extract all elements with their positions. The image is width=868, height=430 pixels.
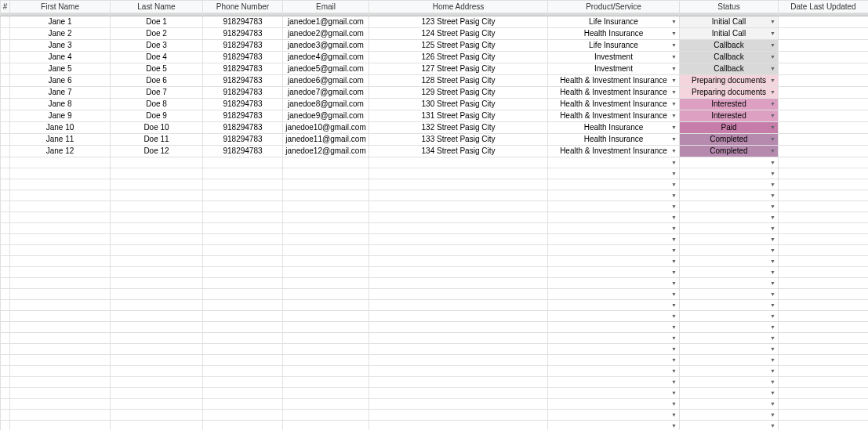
cell-first-name[interactable] — [10, 234, 111, 245]
cell-last-name[interactable] — [111, 322, 203, 333]
cell-address[interactable] — [369, 300, 548, 311]
cell-address[interactable]: 131 Street Pasig City — [369, 110, 548, 122]
cell-num[interactable] — [1, 146, 10, 157]
cell-phone[interactable] — [203, 344, 283, 355]
cell-product-dropdown[interactable]: ▼ — [548, 421, 680, 431]
header-first-name[interactable]: First Name — [10, 1, 111, 13]
cell-date[interactable] — [779, 421, 869, 431]
cell-last-name[interactable]: Doe 8 — [111, 99, 203, 110]
cell-num[interactable] — [1, 63, 10, 75]
cell-product-dropdown[interactable]: ▼ — [548, 212, 680, 223]
cell-email[interactable] — [283, 256, 369, 267]
cell-num[interactable] — [1, 300, 10, 311]
cell-first-name[interactable]: Jane 5 — [10, 63, 111, 75]
cell-date[interactable] — [779, 190, 869, 201]
cell-email[interactable] — [283, 344, 369, 355]
cell-product-dropdown[interactable]: Investment▼ — [548, 63, 680, 75]
cell-address[interactable] — [369, 355, 548, 366]
cell-product-dropdown[interactable]: ▼ — [548, 377, 680, 388]
cell-num[interactable] — [1, 223, 10, 234]
cell-address[interactable]: 130 Street Pasig City — [369, 99, 548, 110]
cell-status-dropdown[interactable]: Paid▼ — [680, 122, 779, 134]
cell-date[interactable] — [779, 333, 869, 344]
cell-last-name[interactable] — [111, 201, 203, 212]
cell-num[interactable] — [1, 333, 10, 344]
cell-status-dropdown[interactable]: ▼ — [680, 421, 779, 431]
cell-num[interactable] — [1, 256, 10, 267]
cell-first-name[interactable] — [10, 399, 111, 410]
header-product[interactable]: Product/Service — [548, 1, 680, 13]
cell-first-name[interactable]: Jane 9 — [10, 110, 111, 122]
cell-email[interactable] — [283, 234, 369, 245]
cell-product-dropdown[interactable]: Health Insurance▼ — [548, 28, 680, 40]
cell-num[interactable] — [1, 75, 10, 87]
cell-last-name[interactable] — [111, 168, 203, 179]
cell-num[interactable] — [1, 344, 10, 355]
cell-num[interactable] — [1, 278, 10, 289]
cell-phone[interactable] — [203, 366, 283, 377]
cell-phone[interactable] — [203, 201, 283, 212]
cell-first-name[interactable] — [10, 410, 111, 421]
cell-date[interactable] — [779, 377, 869, 388]
cell-email[interactable] — [283, 168, 369, 179]
cell-num[interactable] — [1, 201, 10, 212]
cell-status-dropdown[interactable]: Completed▼ — [680, 134, 779, 146]
cell-product-dropdown[interactable]: ▼ — [548, 366, 680, 377]
cell-product-dropdown[interactable]: ▼ — [548, 256, 680, 267]
cell-num[interactable] — [1, 366, 10, 377]
cell-date[interactable] — [779, 52, 869, 63]
cell-email[interactable]: janedoe5@gmail.com — [283, 63, 369, 75]
cell-product-dropdown[interactable]: ▼ — [548, 190, 680, 201]
cell-email[interactable] — [283, 267, 369, 278]
cell-email[interactable]: janedoe9@gmail.com — [283, 110, 369, 122]
cell-date[interactable] — [779, 212, 869, 223]
cell-last-name[interactable] — [111, 289, 203, 300]
cell-num[interactable] — [1, 40, 10, 52]
cell-email[interactable] — [283, 300, 369, 311]
cell-status-dropdown[interactable]: ▼ — [680, 388, 779, 399]
cell-phone[interactable]: 918294783 — [203, 28, 283, 40]
cell-address[interactable] — [369, 388, 548, 399]
cell-status-dropdown[interactable]: ▼ — [680, 190, 779, 201]
header-num[interactable]: # — [1, 1, 10, 13]
cell-date[interactable] — [779, 344, 869, 355]
cell-num[interactable] — [1, 322, 10, 333]
cell-address[interactable] — [369, 256, 548, 267]
cell-address[interactable] — [369, 333, 548, 344]
cell-email[interactable] — [283, 399, 369, 410]
cell-email[interactable]: janedoe6@gmail.com — [283, 75, 369, 87]
cell-address[interactable] — [369, 223, 548, 234]
cell-date[interactable] — [779, 122, 869, 134]
cell-last-name[interactable] — [111, 300, 203, 311]
cell-last-name[interactable] — [111, 421, 203, 431]
spreadsheet-table[interactable]: # First Name Last Name Phone Number Emai… — [0, 0, 868, 430]
cell-num[interactable] — [1, 355, 10, 366]
cell-phone[interactable] — [203, 190, 283, 201]
cell-phone[interactable] — [203, 399, 283, 410]
cell-phone[interactable]: 918294783 — [203, 99, 283, 110]
header-date[interactable]: Date Last Updated — [779, 1, 869, 13]
cell-address[interactable] — [369, 245, 548, 256]
cell-date[interactable] — [779, 75, 869, 87]
cell-date[interactable] — [779, 300, 869, 311]
cell-num[interactable] — [1, 388, 10, 399]
cell-first-name[interactable]: Jane 10 — [10, 122, 111, 134]
cell-phone[interactable] — [203, 256, 283, 267]
cell-address[interactable] — [369, 190, 548, 201]
cell-first-name[interactable] — [10, 212, 111, 223]
cell-last-name[interactable] — [111, 212, 203, 223]
cell-phone[interactable] — [203, 157, 283, 168]
cell-status-dropdown[interactable]: ▼ — [680, 168, 779, 179]
cell-date[interactable] — [779, 311, 869, 322]
cell-last-name[interactable]: Doe 11 — [111, 134, 203, 146]
cell-num[interactable] — [1, 245, 10, 256]
cell-phone[interactable] — [203, 278, 283, 289]
cell-date[interactable] — [779, 157, 869, 168]
cell-product-dropdown[interactable]: ▼ — [548, 278, 680, 289]
cell-num[interactable] — [1, 190, 10, 201]
cell-status-dropdown[interactable]: ▼ — [680, 256, 779, 267]
cell-email[interactable] — [283, 410, 369, 421]
cell-email[interactable] — [283, 355, 369, 366]
cell-email[interactable] — [283, 333, 369, 344]
cell-date[interactable] — [779, 223, 869, 234]
